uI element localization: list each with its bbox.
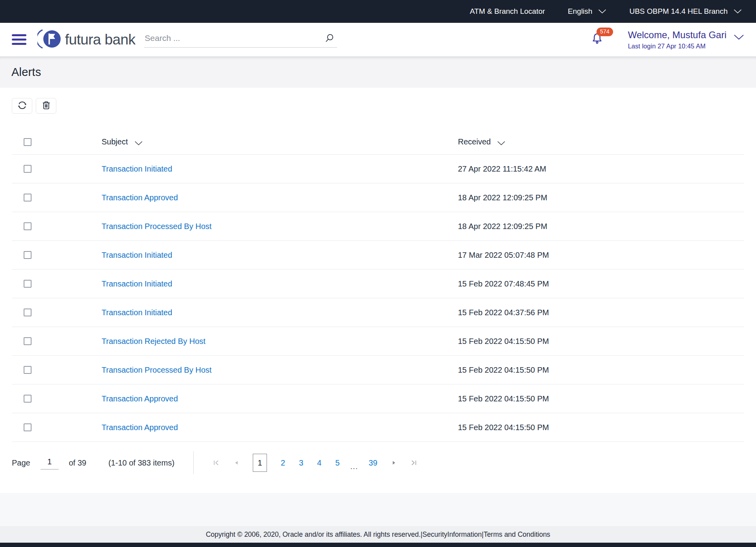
alert-received-time: 15 Feb 2022 04:15:50 PM: [458, 423, 744, 432]
chevron-down-icon: [497, 139, 506, 148]
items-count-label: (1-10 of 383 items): [108, 458, 174, 468]
alert-subject-link[interactable]: Transaction Initiated: [102, 164, 172, 173]
row-checkbox[interactable]: [24, 222, 32, 230]
page-link-3[interactable]: 3: [299, 458, 303, 468]
last-page-icon[interactable]: [410, 459, 417, 466]
table-row: Transaction Rejected By Host 15 Feb 2022…: [12, 327, 744, 356]
alert-subject-link[interactable]: Transaction Approved: [102, 423, 178, 432]
alert-received-time: 17 Mar 2022 05:07:48 PM: [458, 251, 744, 260]
alert-received-time: 18 Apr 2022 12:09:25 PM: [458, 193, 744, 202]
page-link-5[interactable]: 5: [335, 458, 339, 468]
row-checkbox[interactable]: [24, 423, 32, 431]
table-row: Transaction Processed By Host 15 Feb 202…: [12, 356, 744, 384]
language-label: English: [568, 7, 592, 16]
page-title: Alerts: [11, 66, 41, 79]
row-checkbox[interactable]: [24, 337, 32, 345]
column-header-received[interactable]: Received: [458, 137, 744, 146]
refresh-icon: [17, 100, 28, 112]
pagination-divider: [193, 451, 194, 474]
notifications-button[interactable]: 574: [591, 32, 604, 47]
footer-spacer-band: [0, 493, 756, 526]
alerts-toolbar: [12, 98, 744, 114]
alerts-table: Subject Received Transaction Initiated 2…: [12, 129, 744, 442]
alerts-content: Subject Received Transaction Initiated 2…: [0, 88, 756, 493]
page-link-last-number[interactable]: 39: [369, 458, 377, 468]
alert-subject-link[interactable]: Transaction Initiated: [102, 308, 172, 317]
delete-button[interactable]: [36, 98, 56, 114]
row-checkbox[interactable]: [24, 395, 32, 403]
language-selector[interactable]: English: [568, 7, 606, 16]
app-header: futura bank 574 Welcome, Mustufa Gari: [0, 23, 756, 57]
table-header-row: Subject Received: [12, 129, 744, 155]
atm-branch-locator-label: ATM & Branch Locator: [470, 7, 545, 16]
page-ellipsis: ...: [350, 462, 358, 471]
terms-and-conditions-link[interactable]: Terms and Conditions: [484, 530, 550, 539]
refresh-button[interactable]: [12, 98, 32, 114]
table-row: Transaction Approved 15 Feb 2022 04:15:5…: [12, 413, 744, 442]
chevron-down-icon: [134, 139, 143, 148]
next-page-icon[interactable]: [391, 460, 397, 466]
row-checkbox[interactable]: [24, 165, 32, 173]
row-checkbox[interactable]: [24, 309, 32, 316]
alert-received-time: 15 Feb 2022 04:15:50 PM: [458, 366, 744, 375]
futura-bank-logo[interactable]: futura bank: [37, 29, 135, 51]
table-row: Transaction Initiated 15 Feb 2022 04:37:…: [12, 298, 744, 327]
table-row: Transaction Approved 18 Apr 2022 12:09:2…: [12, 183, 744, 212]
copyright-text: Copyright © 2006, 2020, Oracle and/or it…: [206, 530, 421, 539]
page-number-input[interactable]: [41, 456, 59, 469]
page-label: Page: [12, 458, 30, 468]
table-row: Transaction Initiated 15 Feb 2022 07:48:…: [12, 270, 744, 298]
current-page-indicator: 1: [253, 454, 267, 472]
search-input[interactable]: [145, 33, 324, 43]
footer-bottom-strip: [0, 543, 756, 547]
alert-received-time: 15 Feb 2022 04:15:50 PM: [458, 337, 744, 346]
first-page-icon[interactable]: [213, 459, 220, 466]
top-utility-bar: ATM & Branch Locator English UBS OBPM 14…: [0, 0, 756, 23]
page-total-label: of 39: [69, 458, 86, 468]
previous-page-icon[interactable]: [233, 460, 239, 466]
alert-subject-link[interactable]: Transaction Initiated: [102, 251, 172, 259]
alert-received-time: 15 Feb 2022 07:48:45 PM: [458, 279, 744, 288]
alert-received-time: 18 Apr 2022 12:09:25 PM: [458, 222, 744, 231]
alert-subject-link[interactable]: Transaction Initiated: [102, 279, 172, 288]
search-icon[interactable]: [324, 33, 335, 43]
pagination-controls: 1 2 3 4 5 ... 39: [213, 454, 417, 472]
alert-subject-link[interactable]: Transaction Rejected By Host: [102, 337, 206, 346]
alert-received-time: 27 Apr 2022 11:15:42 AM: [458, 164, 744, 174]
welcome-text: Welcome, Mustufa Gari: [628, 30, 726, 41]
column-header-subject[interactable]: Subject: [102, 137, 458, 146]
alert-subject-link[interactable]: Transaction Approved: [102, 394, 178, 403]
alert-subject-link[interactable]: Transaction Processed By Host: [102, 222, 211, 231]
row-checkbox[interactable]: [24, 280, 32, 288]
table-row: Transaction Initiated 27 Apr 2022 11:15:…: [12, 155, 744, 183]
user-menu[interactable]: Welcome, Mustufa Gari Last login 27 Apr …: [628, 30, 744, 50]
page-title-band: Alerts: [0, 57, 756, 88]
select-all-checkbox[interactable]: [24, 138, 32, 146]
brand-name: futura bank: [65, 31, 135, 48]
last-login-text: Last login 27 Apr 10:45 AM: [628, 43, 744, 50]
row-checkbox[interactable]: [24, 366, 32, 374]
page-link-4[interactable]: 4: [317, 458, 321, 468]
alert-received-time: 15 Feb 2022 04:37:56 PM: [458, 308, 744, 317]
chevron-down-icon: [598, 9, 606, 14]
table-row: Transaction Approved 15 Feb 2022 04:15:5…: [12, 384, 744, 413]
page-link-2[interactable]: 2: [281, 458, 285, 468]
header-right-cluster: 574 Welcome, Mustufa Gari Last login 27 …: [591, 30, 744, 50]
footer-copyright-bar: Copyright © 2006, 2020, Oracle and/or it…: [0, 526, 756, 543]
row-checkbox[interactable]: [24, 194, 32, 201]
atm-branch-locator-link[interactable]: ATM & Branch Locator: [470, 7, 545, 16]
alert-subject-link[interactable]: Transaction Processed By Host: [102, 366, 211, 374]
alert-received-time: 15 Feb 2022 04:15:50 PM: [458, 394, 744, 403]
chevron-down-icon: [734, 9, 742, 14]
notification-count-badge: 574: [597, 28, 613, 36]
bell-icon: [591, 40, 604, 46]
global-search: [144, 31, 337, 48]
branch-label: UBS OBPM 14.4 HEL Branch: [629, 7, 728, 16]
trash-icon: [41, 100, 52, 112]
menu-icon[interactable]: [12, 34, 26, 45]
branch-selector[interactable]: UBS OBPM 14.4 HEL Branch: [629, 7, 742, 16]
security-information-link[interactable]: SecurityInformation: [422, 530, 482, 539]
row-checkbox[interactable]: [24, 251, 32, 259]
alert-subject-link[interactable]: Transaction Approved: [102, 193, 178, 202]
table-row: Transaction Processed By Host 18 Apr 202…: [12, 212, 744, 241]
